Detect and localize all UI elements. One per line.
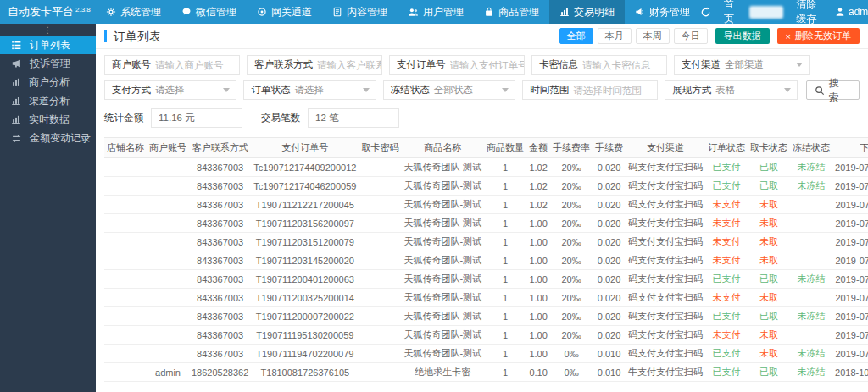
cell-shop: [104, 251, 147, 270]
sidebar-collapse-handle[interactable]: ⋮: [0, 24, 96, 36]
user-menu[interactable]: admin: [835, 6, 868, 18]
table-row: 843367003T190711203145200020天狐传奇团队-测试11.…: [104, 251, 868, 270]
cell-take-status: 已取: [748, 307, 790, 326]
home-link[interactable]: 首页: [724, 0, 737, 26]
top-menu-item[interactable]: 网关通道: [247, 0, 322, 24]
cell-take-status: 未取: [748, 345, 790, 363]
sidebar-item[interactable]: 金额变动记录: [0, 129, 96, 147]
cell-contact: 843367003: [189, 270, 251, 289]
cell-order-time: 2019-07-12 17:44:08: [832, 158, 868, 177]
filter-input: 商户账号: [104, 55, 240, 75]
filter-text-input[interactable]: [582, 60, 666, 70]
goods-icon: [484, 7, 494, 17]
cell-amount: 1.00: [526, 289, 550, 307]
users-icon: [408, 7, 419, 18]
refresh-icon[interactable]: [700, 7, 711, 18]
order-table-head: 店铺名称商户账号客户联系方式支付订单号取卡密码商品名称商品数量金额手续费率手续费…: [104, 138, 868, 158]
cell-channel: 牛支付支付宝扫码: [626, 363, 705, 382]
search-icon: [815, 86, 825, 96]
sidebar-item[interactable]: 订单列表: [0, 36, 96, 54]
sidebar-item[interactable]: 投诉管理: [0, 54, 96, 73]
user-icon: [835, 7, 845, 17]
filter-select: 订单状态请选择: [243, 80, 376, 100]
top-menu-item[interactable]: 系统管理: [96, 0, 171, 24]
filter-label: 冻结状态: [384, 84, 434, 97]
range-button[interactable]: 本月: [598, 28, 632, 44]
cell-take-status: 未取: [748, 214, 790, 233]
cell-product: 天狐传奇团队-测试: [401, 307, 484, 326]
cell-fee: 0.020: [593, 177, 626, 196]
range-button[interactable]: 全部: [559, 28, 593, 44]
stat-value: 11.16 元: [151, 108, 242, 128]
top-menu-item[interactable]: 内容管理: [322, 0, 398, 24]
cell-contact: 843367003: [189, 251, 251, 270]
filter-select: 展现方式表格: [665, 80, 797, 100]
cell-fee-rate: 20‰: [550, 289, 593, 307]
filter-row-2: 支付方式请选择订单状态请选择冻结状态全部状态时间范围展现方式表格搜 索: [104, 80, 860, 100]
table-row: 843367003Tc190712174409200012天狐传奇团队-测试11…: [104, 158, 868, 177]
sidebar-item[interactable]: 渠道分析: [0, 91, 96, 110]
cell-order-no: T190711200007200022: [251, 307, 359, 326]
exchange-icon: [11, 133, 22, 144]
stat-label: 交易笔数: [261, 112, 300, 124]
cell-card-password: [359, 345, 401, 363]
filter-select: 支付方式请选择: [104, 80, 236, 100]
cell-product: 天狐传奇团队-测试: [401, 196, 484, 214]
export-button[interactable]: 导出数据: [715, 28, 770, 44]
cell-pay-status: 已支付: [705, 307, 748, 326]
search-button-label: 搜 索: [829, 76, 851, 105]
cell-card-password: [359, 214, 401, 233]
top-menu-item[interactable]: 财务管理: [625, 0, 700, 24]
top-menu-item[interactable]: 用户管理: [398, 0, 474, 24]
filter-text-input[interactable]: [155, 60, 239, 70]
cell-merchant: [147, 345, 189, 363]
cell-shop: [104, 196, 147, 214]
top-menu-item[interactable]: 交易明细: [549, 0, 625, 24]
clear-cache-link[interactable]: 清除缓存: [796, 0, 822, 26]
cell-contact: 843367003: [189, 158, 251, 177]
column-header: 手续费率: [550, 138, 593, 158]
chevron-down-icon: [363, 88, 370, 92]
column-header: 商品名称: [401, 138, 484, 158]
cell-fee: 0.020: [593, 307, 626, 326]
column-header: 商户账号: [147, 138, 189, 158]
delete-invalid-orders-button[interactable]: × 删除无效订单: [777, 28, 860, 44]
cell-card-password: [359, 158, 401, 177]
cell-product: 天狐传奇团队-测试: [401, 214, 484, 233]
filter-select-value[interactable]: 请选择: [294, 84, 375, 97]
filter-input: 卡密信息: [531, 55, 667, 75]
search-button[interactable]: 搜 索: [806, 80, 860, 100]
cell-shop: [104, 363, 147, 382]
filter-text-input[interactable]: [573, 86, 657, 96]
cell-channel: 码支付支付宝扫码: [626, 345, 705, 363]
top-menu-item[interactable]: 商品管理: [474, 0, 549, 24]
sidebar-item[interactable]: 实时数据: [0, 110, 96, 129]
filter-text-input[interactable]: [450, 60, 525, 70]
filter-select-value[interactable]: 请选择: [155, 84, 236, 97]
cell-channel: 码支付支付宝扫码: [626, 289, 705, 307]
cell-fee-rate: 20‰: [550, 158, 593, 177]
cell-product: 天狐传奇团队-测试: [401, 233, 484, 251]
cell-freeze-status: [790, 214, 832, 233]
filter-input: 支付订单号: [389, 55, 525, 75]
cell-merchant: [147, 307, 189, 326]
top-menu-item[interactable]: 微信管理: [171, 0, 247, 24]
sidebar-item[interactable]: 商户分析: [0, 73, 96, 91]
filter-select-value[interactable]: 表格: [715, 84, 796, 97]
cell-amount: 1.00: [526, 214, 550, 233]
filter-select: 支付渠道全部渠道: [674, 55, 810, 75]
filter-label: 客户联系方式: [248, 58, 317, 71]
cell-fee: 0.020: [593, 251, 626, 270]
cell-card-password: [359, 289, 401, 307]
cell-merchant: [147, 326, 189, 345]
cell-contact: 843367003: [189, 196, 251, 214]
cell-fee-rate: 20‰: [550, 196, 593, 214]
cell-fee-rate: 20‰: [550, 214, 593, 233]
filter-text-input[interactable]: [317, 60, 381, 70]
filter-select-value[interactable]: 全部渠道: [725, 58, 809, 71]
range-button[interactable]: 本周: [636, 28, 670, 44]
filter-select-value[interactable]: 全部状态: [434, 84, 515, 97]
cell-merchant: [147, 270, 189, 289]
range-button[interactable]: 今日: [674, 28, 708, 44]
top-menu-label: 网关通道: [271, 5, 312, 19]
